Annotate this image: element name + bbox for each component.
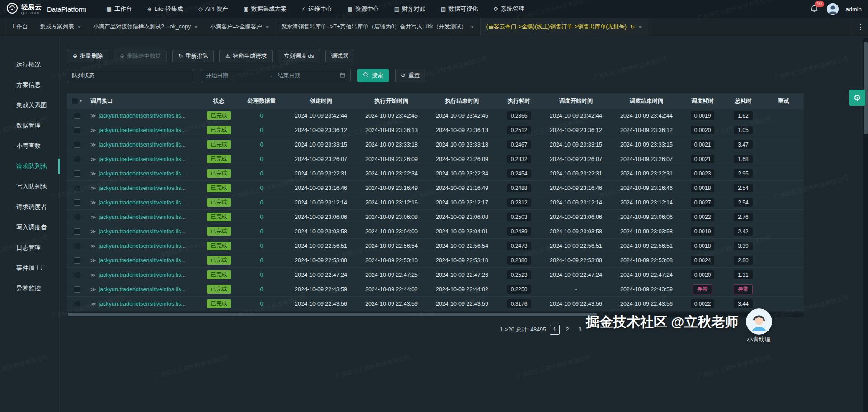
close-icon[interactable]: ×	[638, 24, 642, 30]
row-checkbox[interactable]	[74, 272, 80, 278]
notification-bell[interactable]: 10	[810, 4, 820, 14]
api-link[interactable]: jackyun.tradenotsensitiveinfos.lis...	[99, 243, 186, 249]
refresh-icon[interactable]: ↻	[630, 24, 635, 30]
sidebar-item[interactable]: 小青查数	[0, 136, 59, 156]
sidebar-item[interactable]: 写入队列池	[0, 176, 59, 197]
api-link[interactable]: jackyun.tradenotsensitiveinfos.lis...	[99, 170, 186, 177]
table-row[interactable]: ≫jackyun.tradenotsensitiveinfos.lis...已完…	[67, 195, 804, 210]
tab[interactable]: (吉客云奇门->金蝶)(线上)销售订单->销售出库单(无批号)↻×	[481, 18, 648, 36]
tab[interactable]: 集成方案列表×	[34, 18, 88, 36]
horizontal-scrollbar-thumb[interactable]	[68, 313, 597, 316]
user-avatar[interactable]	[827, 3, 839, 15]
close-icon[interactable]: ×	[471, 24, 474, 30]
page-button[interactable]: 1	[550, 325, 560, 335]
sidebar-item[interactable]: 请求队列池	[0, 156, 59, 176]
column-header[interactable]: 执行耗时	[497, 93, 541, 109]
date-range-picker[interactable]: 开始日期 → 结束日期	[201, 69, 351, 82]
row-checkbox[interactable]	[74, 113, 80, 119]
sidebar-item[interactable]: 集成关系图	[0, 95, 59, 115]
row-checkbox[interactable]	[74, 214, 80, 220]
row-checkbox[interactable]	[74, 199, 80, 206]
api-link[interactable]: jackyun.tradenotsensitiveinfos.lis...	[99, 142, 186, 148]
column-header[interactable]: 创建时间	[286, 93, 356, 109]
row-checkbox[interactable]	[74, 301, 80, 307]
api-link[interactable]: jackyun.tradenotsensitiveinfos.lis...	[99, 228, 186, 235]
toolbar-button[interactable]: 立刻调度 ds	[278, 50, 320, 62]
column-header[interactable]: 处理数据量	[238, 93, 286, 109]
api-link[interactable]: jackyun.tradenotsensitiveinfos.lis...	[99, 113, 186, 119]
api-link[interactable]: jackyun.tradenotsensitiveinfos.lis...	[99, 185, 186, 191]
toolbar-button[interactable]: ⚠智能生成请求	[219, 50, 273, 62]
page-button[interactable]: 2	[562, 325, 572, 335]
toolbar-button[interactable]: ⊖删除选中数据	[114, 50, 167, 62]
nav-item[interactable]: ▦工作台	[107, 5, 132, 13]
row-checkbox[interactable]	[74, 243, 80, 249]
api-link[interactable]: jackyun.tradenotsensitiveinfos.lis...	[99, 301, 186, 307]
nav-item[interactable]: ⚡运维中心	[302, 5, 332, 13]
select-all[interactable]: ▾	[67, 93, 87, 109]
column-header[interactable]: 调用接口	[87, 93, 200, 109]
column-header[interactable]: 执行结束时间	[427, 93, 497, 109]
row-checkbox[interactable]	[74, 127, 80, 133]
nav-item[interactable]: ▤资源中心	[347, 5, 378, 13]
nav-item[interactable]: ▥财务对账	[394, 5, 425, 13]
table-row[interactable]: ≫jackyun.tradenotsensitiveinfos.lis...已完…	[67, 210, 804, 224]
tab[interactable]: 小满客户=>金蝶客户×	[204, 18, 275, 36]
toolbar-button[interactable]: 调试器	[326, 50, 354, 62]
table-row[interactable]: ≫jackyun.tradenotsensitiveinfos.lis...已完…	[67, 109, 804, 123]
row-checkbox[interactable]	[74, 286, 80, 293]
sidebar-item[interactable]: 日志管理	[0, 237, 59, 258]
table-row[interactable]: ≫jackyun.tradenotsensitiveinfos.lis...已完…	[67, 181, 804, 195]
tab[interactable]: 聚水潭销售出库单-->T+其他出库单（店铺为0）合并写入--ikk（开发测试）×	[275, 18, 481, 36]
toolbar-button[interactable]: ⊖批量删除	[67, 50, 108, 62]
row-checkbox[interactable]	[74, 185, 80, 191]
row-checkbox[interactable]	[74, 228, 80, 235]
sidebar-item[interactable]: 事件加工厂	[0, 258, 59, 278]
table-row[interactable]: ≫jackyun.tradenotsensitiveinfos.lis...已完…	[67, 268, 804, 282]
nav-item[interactable]: ▣数据集成方案	[244, 5, 287, 13]
tab[interactable]: 小满产品对接领猫样衣测试2---ok_copy×	[87, 18, 204, 36]
select-all-checkbox[interactable]	[72, 98, 78, 104]
toolbar-button[interactable]: ↻重新排队	[172, 50, 214, 62]
row-checkbox[interactable]	[74, 170, 80, 177]
table-row[interactable]: ≫jackyun.tradenotsensitiveinfos.lis...已完…	[67, 123, 804, 137]
table-row[interactable]: ≫jackyun.tradenotsensitiveinfos.lis...已完…	[67, 224, 804, 239]
sidebar-item[interactable]: 方案信息	[0, 75, 59, 95]
close-icon[interactable]: ×	[265, 24, 269, 30]
table-row[interactable]: ≫jackyun.tradenotsensitiveinfos.lis...已完…	[67, 137, 804, 152]
sidebar-item[interactable]: 写入调度者	[0, 217, 59, 237]
tab-more-button[interactable]: ⋮	[853, 18, 868, 36]
column-header[interactable]: 调度开始时间	[541, 93, 611, 109]
app-logo[interactable]: 轻易云 QCLOUD	[6, 2, 42, 16]
nav-item[interactable]: ⚙系统管理	[493, 5, 524, 13]
column-header[interactable]: 执行开始时间	[356, 93, 427, 109]
table-row[interactable]: ≫jackyun.tradenotsensitiveinfos.lis...已完…	[67, 282, 804, 297]
api-link[interactable]: jackyun.tradenotsensitiveinfos.lis...	[99, 214, 186, 220]
api-link[interactable]: jackyun.tradenotsensitiveinfos.lis...	[99, 156, 186, 162]
nav-item[interactable]: ◈Lite 轻集成	[147, 5, 183, 13]
table-row[interactable]: ≫jackyun.tradenotsensitiveinfos.lis...已完…	[67, 152, 804, 166]
column-header[interactable]: 重试	[763, 93, 804, 109]
close-icon[interactable]: ×	[194, 24, 198, 30]
api-link[interactable]: jackyun.tradenotsensitiveinfos.lis...	[99, 127, 186, 133]
column-header[interactable]: 状态	[200, 93, 238, 109]
row-checkbox[interactable]	[74, 257, 80, 264]
column-settings-button[interactable]: ⚙	[849, 90, 865, 106]
row-checkbox[interactable]	[74, 156, 80, 162]
column-header[interactable]: 调度结束时间	[611, 93, 682, 109]
table-row[interactable]: ≫jackyun.tradenotsensitiveinfos.lis...已完…	[67, 253, 804, 268]
sidebar-item[interactable]: 异常监控	[0, 278, 59, 298]
close-icon[interactable]: ×	[78, 24, 81, 30]
api-link[interactable]: jackyun.tradenotsensitiveinfos.lis...	[99, 199, 186, 206]
sidebar-item[interactable]: 请求调度者	[0, 197, 59, 217]
vertical-scrollbar-thumb[interactable]	[864, 42, 868, 134]
sidebar-item[interactable]: 数据管理	[0, 115, 59, 136]
tab[interactable]: 工作台	[5, 18, 34, 36]
row-checkbox[interactable]	[74, 142, 80, 148]
api-link[interactable]: jackyun.tradenotsensitiveinfos.lis...	[99, 286, 186, 293]
column-header[interactable]: 总耗时	[723, 93, 763, 109]
table-row[interactable]: ≫jackyun.tradenotsensitiveinfos.lis...已完…	[67, 166, 804, 181]
sidebar-item[interactable]: 运行概况	[0, 54, 59, 75]
nav-item[interactable]: ▧数据可视化	[441, 5, 478, 13]
table-row[interactable]: ≫jackyun.tradenotsensitiveinfos.lis...已完…	[67, 239, 804, 253]
